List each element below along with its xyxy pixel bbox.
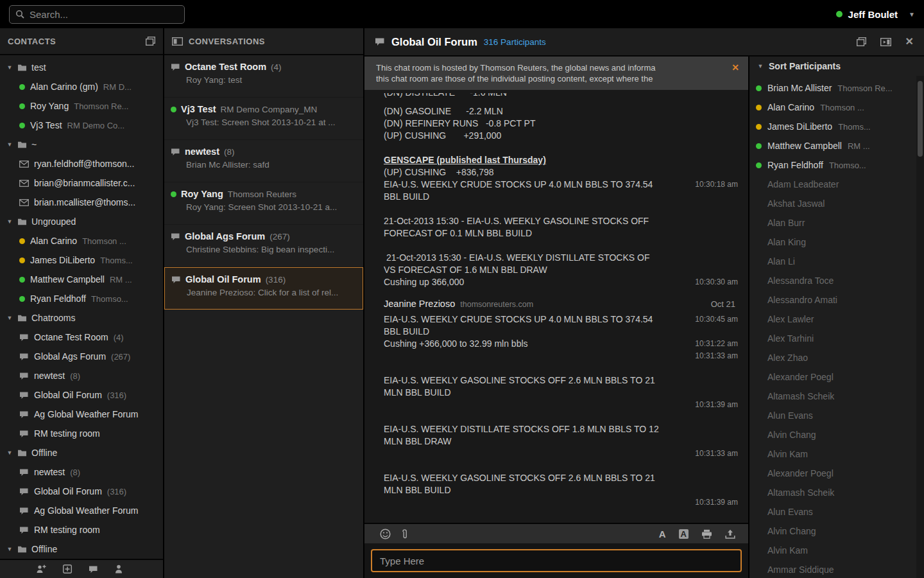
contact-row[interactable]: Roy YangThomson Re...: [0, 96, 163, 116]
contacts-groups[interactable]: ▼testAlan Carino (gm)RM D...Roy YangThom…: [0, 55, 163, 559]
contact-group-header[interactable]: ▼test: [0, 58, 163, 77]
participant-row[interactable]: Alexander Poegl: [749, 464, 924, 483]
participant-row[interactable]: Alex Lawler: [749, 310, 924, 329]
participant-row[interactable]: Alvin Chang: [749, 425, 924, 444]
contact-group-header[interactable]: ▼~: [0, 135, 163, 154]
participant-row[interactable]: Alvin Kam: [749, 444, 924, 464]
participant-row[interactable]: Alvin Chang: [749, 521, 924, 541]
sort-caret-icon[interactable]: ▼: [757, 63, 764, 69]
participants-scrollbar[interactable]: [916, 76, 924, 578]
participant-row[interactable]: Alex Zhao: [749, 348, 924, 367]
contact-row[interactable]: Global Ags Forum(267): [0, 347, 163, 366]
contact-row[interactable]: brian@brianmcallister.c...: [0, 173, 163, 193]
print-icon[interactable]: [701, 529, 712, 539]
participant-row[interactable]: Alan CarinoThomson ...: [749, 98, 924, 117]
global-search[interactable]: [9, 5, 185, 24]
conversations-list[interactable]: Octane Test Room(4)Roy Yang: testVj3 Tes…: [164, 55, 363, 310]
contact-row[interactable]: Global Oil Forum(316): [0, 385, 163, 405]
panel-toggle-icon[interactable]: [172, 37, 183, 46]
participants-link[interactable]: 316 Participants: [484, 37, 546, 47]
participant-row[interactable]: Matthew CampbellRM ...: [749, 136, 924, 155]
contact-row[interactable]: Alan Carino (gm)RM D...: [0, 77, 163, 96]
contact-group-header[interactable]: ▼Offline: [0, 539, 163, 559]
contact-row[interactable]: Octane Test Room(4): [0, 328, 163, 347]
chat-rooms-icon[interactable]: [89, 565, 98, 574]
conversation-item[interactable]: Global Ags Forum(267)Christine Stebbins:…: [164, 225, 363, 267]
participant-row[interactable]: Alun Evans: [749, 406, 924, 425]
collapse-icon[interactable]: ▼: [6, 218, 13, 225]
collapse-icon[interactable]: ▼: [6, 546, 13, 552]
upload-icon[interactable]: [725, 529, 735, 539]
conversation-count: (8): [224, 147, 235, 157]
directory-icon[interactable]: [115, 565, 123, 574]
message-input[interactable]: [371, 549, 742, 572]
contact-row[interactable]: Alan CarinoThomson ...: [0, 231, 163, 250]
participant-row[interactable]: Altamash Scheik: [749, 387, 924, 406]
participant-row[interactable]: Ryan FeldhoffThomso...: [749, 155, 924, 175]
collapse-icon[interactable]: ▼: [6, 450, 13, 456]
contact-row[interactable]: newtest(8): [0, 462, 163, 482]
font-color-icon[interactable]: A: [659, 529, 666, 539]
participant-row[interactable]: Alessandra Toce: [749, 271, 924, 290]
search-input[interactable]: [30, 9, 178, 20]
participant-row[interactable]: Akshat Jaswal: [749, 194, 924, 213]
participant-row[interactable]: Alvin Kam: [749, 541, 924, 560]
participants-list[interactable]: Brian Mc AllisterThomson Re...Alan Carin…: [749, 76, 924, 578]
add-contact-icon[interactable]: [36, 565, 46, 574]
contact-row[interactable]: RM testing room: [0, 520, 163, 539]
contact-row[interactable]: ryan.feldhoff@thomson...: [0, 154, 163, 173]
conversation-item[interactable]: newtest(8)Brian Mc Allister: safd: [164, 140, 363, 182]
collapse-icon[interactable]: ▼: [6, 64, 13, 71]
participants-sort[interactable]: ▼ Sort Participants: [749, 57, 924, 76]
add-group-icon[interactable]: [63, 565, 72, 574]
composer: [364, 543, 748, 578]
messages-list[interactable]: (DN) DISTILLATE -1.6 MLN(DN) GASOLINE -2…: [364, 90, 748, 523]
contact-row[interactable]: Global Oil Forum(316): [0, 482, 163, 501]
contact-row[interactable]: Vj3 TestRM Demo Co...: [0, 116, 163, 135]
participant-row[interactable]: Alun Evans: [749, 502, 924, 521]
user-menu[interactable]: Jeff Boulet ▼: [836, 9, 915, 20]
participant-row[interactable]: Alex Tarhini: [749, 329, 924, 348]
highlight-color-icon[interactable]: A: [679, 529, 689, 539]
close-chat-icon[interactable]: ✕: [905, 37, 914, 47]
conversation-item[interactable]: Roy YangThomson ReutersRoy Yang: Screen …: [164, 182, 363, 225]
contact-row[interactable]: RM testing room: [0, 424, 163, 443]
contact-group-header[interactable]: ▼Offline: [0, 443, 163, 462]
participant-row[interactable]: Ammar Siddique: [749, 560, 924, 578]
participant-row[interactable]: Alessandro Amati: [749, 290, 924, 310]
contact-row[interactable]: Ryan FeldhoffThomso...: [0, 289, 163, 308]
participant-row[interactable]: Altamash Scheik: [749, 483, 924, 502]
contact-row[interactable]: Ag Global Weather Forum: [0, 501, 163, 520]
conversation-item[interactable]: Vj3 TestRM Demo Company_MNVj3 Test: Scre…: [164, 98, 363, 140]
contact-row[interactable]: Ag Global Weather Forum: [0, 405, 163, 424]
contact-group-header[interactable]: ▼Ungrouped: [0, 212, 163, 231]
banner-close-icon[interactable]: ✕: [732, 62, 739, 73]
status-icon: [19, 296, 25, 302]
participant-row[interactable]: Adam Leadbeater: [749, 175, 924, 194]
sender-company: thomsonreuters.com: [460, 300, 533, 309]
attachment-icon[interactable]: [401, 529, 408, 539]
contact-row[interactable]: brian.mcallister@thoms...: [0, 193, 163, 212]
chat-room-icon: [19, 333, 29, 342]
panels-icon[interactable]: [146, 37, 155, 46]
collapse-icon[interactable]: ▼: [6, 141, 13, 148]
chevron-down-icon[interactable]: ▼: [909, 11, 915, 18]
conversation-item[interactable]: Octane Test Room(4)Roy Yang: test: [164, 55, 363, 98]
participant-row[interactable]: Alexander Poegl: [749, 367, 924, 387]
top-bar: Jeff Boulet ▼: [0, 0, 924, 28]
emoji-icon[interactable]: [380, 529, 391, 539]
scrollbar-thumb[interactable]: [918, 81, 923, 157]
contact-row[interactable]: newtest(8): [0, 366, 163, 385]
participant-row[interactable]: Alan King: [749, 232, 924, 252]
collapse-icon[interactable]: ▼: [6, 315, 13, 321]
new-window-icon[interactable]: [857, 37, 866, 46]
collapse-panel-icon[interactable]: [880, 38, 891, 46]
contact-group-header[interactable]: ▼Chatrooms: [0, 308, 163, 328]
participant-row[interactable]: Alan Li: [749, 252, 924, 271]
participant-row[interactable]: James DiLibertoThoms...: [749, 117, 924, 136]
conversation-item[interactable]: Global Oil Forum(316)Jeanine Prezioso: C…: [164, 267, 363, 310]
participant-row[interactable]: Alan Burr: [749, 213, 924, 232]
contact-row[interactable]: James DiLibertoThoms...: [0, 250, 163, 270]
contact-row[interactable]: Matthew CampbellRM ...: [0, 270, 163, 289]
participant-row[interactable]: Brian Mc AllisterThomson Re...: [749, 78, 924, 98]
